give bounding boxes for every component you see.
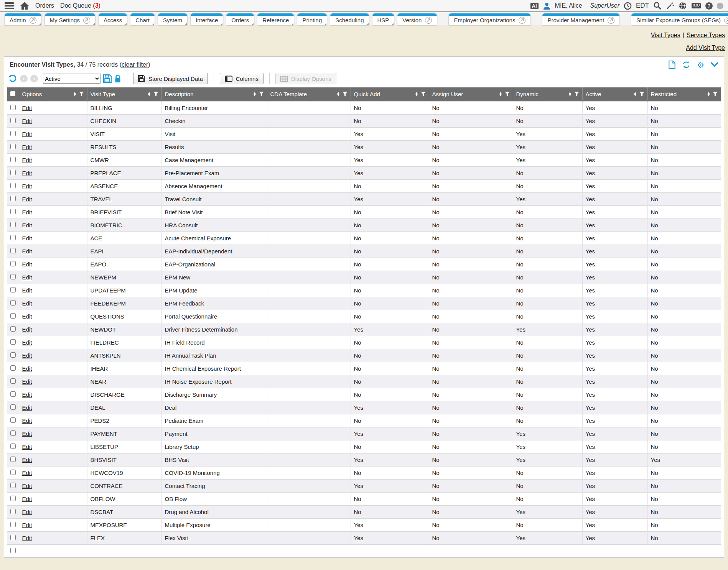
clear-filter-link[interactable]: clear filter <box>122 61 148 68</box>
chevron-down-icon[interactable] <box>711 62 718 67</box>
row-checkbox[interactable] <box>10 209 16 214</box>
sort-icon[interactable]: ▲▼ <box>634 92 637 96</box>
edit-link[interactable]: Edit <box>22 352 32 359</box>
row-checkbox[interactable] <box>10 248 16 253</box>
row-checkbox[interactable] <box>10 235 16 240</box>
tab-provider-management[interactable]: Provider Management <box>542 13 619 25</box>
menu-icon[interactable] <box>5 2 14 9</box>
filter-funnel-icon[interactable] <box>79 92 84 97</box>
select-all-checkbox[interactable] <box>10 91 15 96</box>
edit-link[interactable]: Edit <box>22 391 32 398</box>
help-icon[interactable]: ? <box>705 2 713 10</box>
edit-link[interactable]: Edit <box>22 444 32 450</box>
filter-funnel-icon[interactable] <box>343 92 348 97</box>
tab-admin[interactable]: Admin <box>5 13 41 25</box>
column-header-restricted[interactable]: Restricted▲▼ <box>647 87 721 101</box>
edit-link[interactable]: Edit <box>22 261 32 268</box>
globe-icon[interactable] <box>679 2 687 10</box>
row-checkbox[interactable] <box>10 222 16 227</box>
edit-link[interactable]: Edit <box>22 222 32 228</box>
popout-icon[interactable] <box>425 17 432 24</box>
filter-funnel-icon[interactable] <box>639 92 644 97</box>
tab-chart[interactable]: Chart <box>130 13 155 25</box>
home-icon[interactable] <box>20 2 29 10</box>
edit-link[interactable]: Edit <box>22 274 32 281</box>
edit-link[interactable]: Edit <box>22 157 32 163</box>
row-checkbox[interactable] <box>10 170 16 175</box>
edit-link[interactable]: Edit <box>22 522 32 528</box>
service-types-link[interactable]: Service Types <box>687 32 725 38</box>
row-checkbox[interactable] <box>10 157 16 162</box>
row-checkbox[interactable] <box>10 404 16 410</box>
row-checkbox[interactable] <box>10 365 16 371</box>
gear-icon[interactable]: ⚙ <box>697 61 704 69</box>
row-checkbox[interactable] <box>10 483 16 488</box>
popout-icon[interactable] <box>724 17 728 24</box>
topbar-link-doc-queue[interactable]: Doc Queue (3) <box>60 2 100 9</box>
row-checkbox[interactable] <box>10 378 16 384</box>
tab-orders[interactable]: Orders <box>226 13 254 25</box>
filter-funnel-icon[interactable] <box>574 92 579 97</box>
edit-link[interactable]: Edit <box>22 378 32 385</box>
row-checkbox[interactable] <box>10 339 16 345</box>
sort-icon[interactable]: ▲▼ <box>568 92 572 96</box>
ai-badge[interactable]: AI <box>530 3 539 9</box>
row-checkbox[interactable] <box>10 118 16 123</box>
edit-link[interactable]: Edit <box>22 300 32 307</box>
search-icon[interactable] <box>653 2 662 10</box>
row-checkbox[interactable] <box>10 300 16 306</box>
user-icon[interactable] <box>543 2 551 10</box>
column-header-description[interactable]: Description▲▼ <box>161 87 267 101</box>
sort-icon[interactable]: ▲▼ <box>707 92 710 96</box>
edit-link[interactable]: Edit <box>22 339 32 346</box>
edit-link[interactable]: Edit <box>22 483 32 489</box>
column-header-visit-type[interactable]: Visit Type▲▼ <box>87 87 161 101</box>
row-checkbox[interactable] <box>10 352 16 358</box>
row-checkbox[interactable] <box>10 287 16 292</box>
row-checkbox[interactable] <box>10 131 16 136</box>
tab-printing[interactable]: Printing <box>297 13 327 25</box>
edit-link[interactable]: Edit <box>22 326 32 333</box>
row-checkbox[interactable] <box>10 391 16 397</box>
filter-funnel-icon[interactable] <box>505 92 510 97</box>
row-checkbox[interactable] <box>10 326 16 332</box>
popout-icon[interactable] <box>608 17 614 24</box>
row-checkbox[interactable] <box>10 430 16 436</box>
popout-icon[interactable] <box>83 17 90 24</box>
row-checkbox[interactable] <box>10 183 16 188</box>
next-icon[interactable]: › <box>30 75 38 82</box>
filter-funnel-icon[interactable] <box>421 92 426 97</box>
popout-icon[interactable] <box>30 17 36 24</box>
new-document-icon[interactable] <box>669 61 675 69</box>
tab-interface[interactable]: Interface <box>191 13 223 25</box>
column-header-active[interactable]: Active▲▼ <box>582 87 647 101</box>
edit-link[interactable]: Edit <box>22 496 32 502</box>
row-checkbox[interactable] <box>10 261 16 266</box>
edit-link[interactable]: Edit <box>22 457 32 463</box>
topbar-link-orders[interactable]: Orders <box>35 2 54 9</box>
edit-link[interactable]: Edit <box>22 209 32 215</box>
edit-link[interactable]: Edit <box>22 535 32 541</box>
tab-access[interactable]: Access <box>99 13 127 25</box>
edit-link[interactable]: Edit <box>22 144 32 150</box>
row-checkbox[interactable] <box>10 470 16 475</box>
filter-funnel-icon[interactable] <box>259 92 264 97</box>
edit-link[interactable]: Edit <box>22 365 32 372</box>
edit-link[interactable]: Edit <box>22 170 32 176</box>
filter-funnel-icon[interactable] <box>713 92 718 97</box>
store-displayed-data-button[interactable]: Store Displayed Data <box>133 73 208 84</box>
row-checkbox[interactable] <box>10 522 16 527</box>
edit-link[interactable]: Edit <box>22 183 32 189</box>
tab-my-settings[interactable]: My Settings <box>45 13 95 25</box>
edit-link[interactable]: Edit <box>22 404 32 411</box>
edit-link[interactable]: Edit <box>22 417 32 424</box>
edit-link[interactable]: Edit <box>22 287 32 294</box>
column-header-options[interactable]: Options▲▼ <box>19 87 87 101</box>
row-checkbox[interactable] <box>10 457 16 462</box>
sort-icon[interactable]: ▲▼ <box>415 92 418 96</box>
row-checkbox[interactable] <box>10 444 16 449</box>
tab-version[interactable]: Version <box>397 13 437 25</box>
row-checkbox[interactable] <box>10 313 16 319</box>
row-checkbox[interactable] <box>10 496 16 501</box>
row-checkbox[interactable] <box>10 105 16 110</box>
